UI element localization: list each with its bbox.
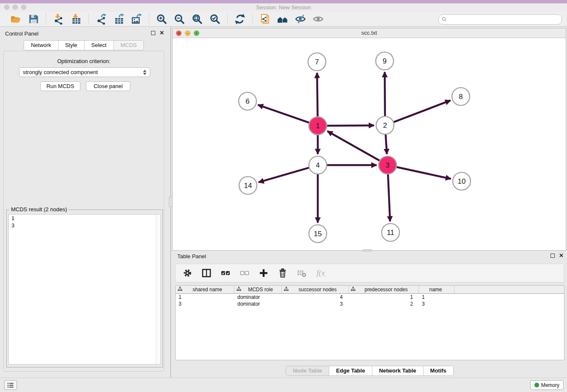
zoom-selected-icon[interactable] <box>209 13 221 25</box>
table-cell[interactable]: 1 <box>349 294 419 300</box>
clear-checkboxes-icon[interactable] <box>239 267 250 279</box>
table-panel: Table Panel ✕ f(x) shared nameMCDS roles… <box>172 252 567 377</box>
mcds-panel: Optimization criterion: strongly connect… <box>3 51 164 372</box>
vertical-split-divider[interactable] <box>168 27 172 378</box>
tab-network-table[interactable]: Network Table <box>372 366 423 375</box>
table-cell[interactable]: 2 <box>349 301 419 307</box>
hide-graphics-details-icon[interactable] <box>312 13 325 25</box>
result-scrollbar[interactable] <box>156 215 160 364</box>
columns-view-icon[interactable] <box>201 267 212 279</box>
refresh-layout-icon[interactable] <box>234 13 246 25</box>
graph-node-15[interactable]: 15 <box>309 225 327 243</box>
delete-row-icon[interactable] <box>277 267 289 279</box>
horizontal-divider-grip[interactable] <box>363 249 372 251</box>
column-header-predecessor-nodes[interactable]: predecessor nodes <box>349 286 419 293</box>
mcds-result-text[interactable]: 13 <box>8 214 161 364</box>
tab-edge-table[interactable]: Edge Table <box>329 366 372 375</box>
export-network-icon[interactable] <box>95 13 107 25</box>
graph-node-1[interactable]: 1 <box>309 117 327 135</box>
svg-text:8: 8 <box>459 93 462 101</box>
edge-1-2[interactable] <box>326 125 374 126</box>
export-image-icon[interactable] <box>130 13 143 25</box>
graph-node-3[interactable]: 3 <box>379 156 396 174</box>
edge-1-7[interactable] <box>317 73 317 118</box>
graph-node-4[interactable]: 4 <box>309 156 327 174</box>
table-cell[interactable]: 1 <box>176 294 234 300</box>
network-canvas[interactable]: 7968124314101511 <box>173 38 566 250</box>
table-cell[interactable]: 4 <box>282 294 349 300</box>
result-line: 3 <box>9 222 160 229</box>
import-network-icon[interactable] <box>52 13 65 25</box>
network-window-titlebar[interactable]: ✕ − + scc.txt <box>173 28 566 38</box>
tab-mcds[interactable]: MCDS <box>113 41 143 50</box>
tab-style[interactable]: Style <box>58 41 84 50</box>
graph-node-6[interactable]: 6 <box>239 92 256 110</box>
clone-network-icon[interactable] <box>259 13 271 25</box>
svg-text:f(x): f(x) <box>317 268 326 278</box>
table-cell[interactable]: dominator <box>234 301 282 307</box>
titlebar[interactable]: Session: New Session <box>0 3 567 12</box>
delete-table-icon[interactable] <box>296 267 308 279</box>
save-session-icon[interactable] <box>27 13 40 25</box>
zoom-out-icon[interactable] <box>173 13 186 25</box>
edge-2-8[interactable] <box>393 100 451 122</box>
graph-node-2[interactable]: 2 <box>376 116 394 134</box>
open-file-icon[interactable] <box>9 13 22 25</box>
tab-network[interactable]: Network <box>24 41 58 50</box>
edge-3-10[interactable] <box>396 167 451 179</box>
table-header-row: shared nameMCDS rolesuccessor nodesprede… <box>176 286 564 294</box>
column-header-successor-nodes[interactable]: successor nodes <box>282 286 349 293</box>
mcds-home-icon[interactable] <box>276 13 289 25</box>
zoom-fit-icon[interactable] <box>191 13 204 25</box>
edge-1-6[interactable] <box>258 105 311 123</box>
edge-3-11[interactable] <box>388 173 390 221</box>
graph-node-8[interactable]: 8 <box>452 88 470 105</box>
import-table-icon[interactable] <box>70 13 83 25</box>
column-header-shared-name[interactable]: shared name <box>176 286 234 293</box>
graph-node-7[interactable]: 7 <box>308 53 326 71</box>
control-panel-tabs: NetworkStyleSelectMCDS <box>24 40 144 50</box>
edge-2-3[interactable] <box>385 133 387 154</box>
node-table[interactable]: shared nameMCDS rolesuccessor nodesprede… <box>175 285 564 360</box>
close-panel-button[interactable]: Close panel <box>86 81 130 91</box>
close-table-panel-icon[interactable]: ✕ <box>559 253 564 258</box>
export-table-icon[interactable] <box>113 13 125 25</box>
table-cell[interactable]: 3 <box>282 301 349 307</box>
edge-3-1[interactable] <box>328 131 381 161</box>
show-graphics-details-icon[interactable] <box>294 13 307 25</box>
column-header-name[interactable]: name <box>419 286 454 293</box>
optimization-criterion-select[interactable]: strongly connected component <box>19 67 150 77</box>
tab-node-table[interactable]: Node Table <box>286 366 329 375</box>
table-cell[interactable]: 3 <box>176 301 234 307</box>
close-panel-icon[interactable]: ✕ <box>160 30 164 36</box>
zoom-in-icon[interactable] <box>155 13 168 25</box>
tab-select[interactable]: Select <box>84 41 113 50</box>
memory-button[interactable]: Memory <box>530 380 564 390</box>
float-panel-icon[interactable] <box>151 31 155 35</box>
table-row[interactable]: 1dominator411 <box>176 294 564 301</box>
search-box[interactable] <box>438 14 562 25</box>
tab-motifs[interactable]: Motifs <box>423 366 453 375</box>
function-builder-icon[interactable]: f(x) <box>315 267 327 279</box>
search-input[interactable] <box>447 15 561 24</box>
graph-node-9[interactable]: 9 <box>376 52 394 70</box>
table-cell[interactable]: 3 <box>419 301 454 307</box>
edge-4-14[interactable] <box>259 167 310 182</box>
graph-node-11[interactable]: 11 <box>382 224 399 241</box>
run-mcds-button[interactable]: Run MCDS <box>40 81 80 91</box>
table-cell[interactable]: dominator <box>234 294 282 300</box>
table-cell[interactable]: 1 <box>419 294 454 300</box>
float-table-panel-icon[interactable] <box>550 254 555 258</box>
graph-node-10[interactable]: 10 <box>453 172 471 190</box>
column-header-MCDS-role[interactable]: MCDS role <box>234 286 282 293</box>
graph-node-14[interactable]: 14 <box>239 177 257 194</box>
task-history-button[interactable] <box>4 380 17 390</box>
table-toolbar: f(x) <box>175 264 564 282</box>
table-row[interactable]: 3dominator323 <box>176 301 564 307</box>
gear-icon[interactable] <box>182 267 193 279</box>
network-window-title: scc.txt <box>173 30 566 36</box>
hierarchy-icon <box>237 287 241 293</box>
add-row-icon[interactable] <box>258 267 270 279</box>
edge-2-9[interactable] <box>385 72 385 117</box>
select-all-checkboxes-icon[interactable] <box>220 267 231 279</box>
